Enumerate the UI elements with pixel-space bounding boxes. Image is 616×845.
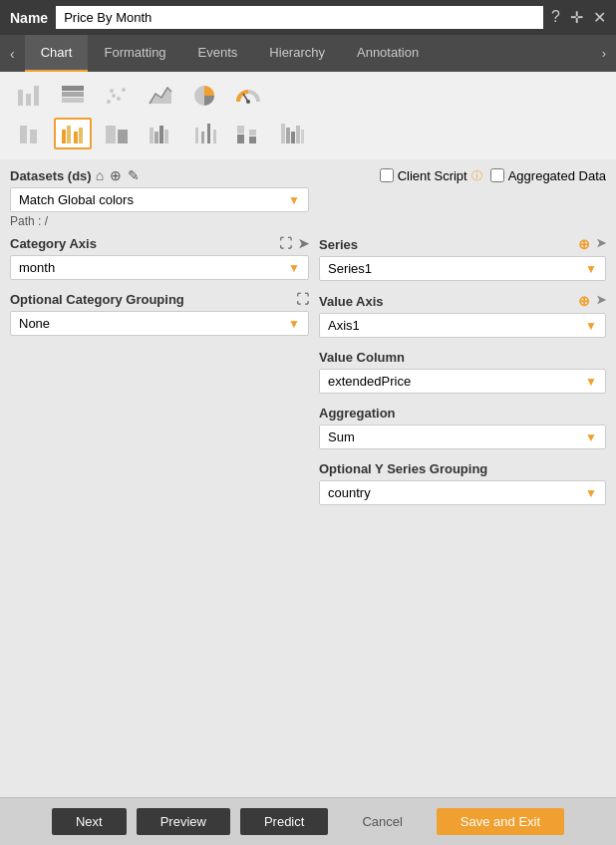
svg-rect-0 [18,90,23,106]
tab-hierarchy[interactable]: Hierarchy [253,35,341,72]
tab-formatting[interactable]: Formatting [88,35,181,72]
category-axis-dropdown[interactable]: month ▼ [10,255,309,280]
chart-type-bar-multi[interactable] [142,118,179,149]
tab-chart[interactable]: Chart [25,35,89,72]
optional-category-dropdown[interactable]: None ▼ [10,311,309,336]
tab-right-arrow[interactable]: › [592,38,616,69]
optional-y-series-label-row: Optional Y Series Grouping [319,461,606,476]
aggregation-group: Aggregation Sum ▼ [319,406,606,449]
value-column-group: Value Column extendedPrice ▼ [319,350,606,394]
svg-rect-17 [62,130,66,143]
optional-y-series-dropdown[interactable]: country ▼ [319,480,606,505]
datasets-edit-icon[interactable]: ✎ [128,167,140,183]
chart-type-bar-thin[interactable] [185,118,223,149]
value-column-dropdown-arrow: ▼ [585,375,597,389]
datasets-label: Datasets (ds) [10,168,92,183]
svg-rect-37 [291,132,295,143]
optional-category-dropdown-arrow: ▼ [288,317,300,331]
tab-left-arrow[interactable]: ‹ [0,38,25,70]
aggregated-data-checkbox[interactable] [490,168,504,182]
client-script-info-icon: ⓘ [471,168,482,183]
series-value: Series1 [328,261,372,276]
svg-rect-15 [20,126,27,143]
value-axis-label: Value Axis [319,294,384,309]
path-row: Path : / [10,214,606,228]
value-axis-arrow-icon[interactable]: ➤ [596,293,606,309]
close-icon[interactable]: ✕ [593,8,606,27]
title-input[interactable] [56,6,543,29]
series-add-icon[interactable]: ⊕ [578,236,590,252]
category-axis-label: Category Axis [10,236,97,251]
tab-annotation[interactable]: Annotation [341,35,435,72]
series-dropdown[interactable]: Series1 ▼ [319,256,606,281]
next-button[interactable]: Next [52,808,127,835]
svg-rect-20 [79,128,83,143]
svg-rect-26 [164,130,168,143]
value-axis-label-row: Value Axis ⊕ ➤ [319,293,606,309]
tab-events[interactable]: Events [182,35,254,72]
aggregation-value: Sum [328,429,355,444]
category-axis-arrow-icon[interactable]: ➤ [298,236,309,251]
svg-point-10 [110,89,114,93]
aggregation-dropdown[interactable]: Sum ▼ [319,424,606,449]
match-global-dropdown[interactable]: Match Global colors ▼ [10,187,309,212]
datasets-row: Datasets (ds) ⌂ ⊕ ✎ Client Script ⓘ Aggr… [10,167,606,183]
chart-type-stacked[interactable] [54,80,92,112]
chart-type-pie[interactable] [185,80,223,112]
chart-type-area[interactable] [142,80,179,112]
svg-rect-35 [281,124,285,143]
bottom-bar: Next Preview Predict Cancel Save and Exi… [0,797,616,845]
match-global-arrow: ▼ [288,193,300,207]
value-column-dropdown[interactable]: extendedPrice ▼ [319,369,606,394]
value-axis-dropdown[interactable]: Axis1 ▼ [319,313,606,338]
svg-point-7 [112,94,116,98]
svg-rect-18 [67,126,71,143]
series-arrow-icon[interactable]: ➤ [596,236,606,252]
svg-rect-38 [296,126,300,143]
series-dropdown-arrow: ▼ [585,262,597,276]
chart-type-bar-single[interactable] [10,118,48,149]
name-label: Name [10,10,48,26]
preview-button[interactable]: Preview [137,808,230,835]
chart-type-bar-grouped2[interactable] [98,118,136,149]
category-axis-group: Category Axis ⛶ ➤ month ▼ [10,236,309,280]
chart-type-bar-multi2[interactable] [273,118,311,149]
chart-type-bar-grouped-sel[interactable] [54,118,92,149]
value-axis-add-icon[interactable]: ⊕ [578,293,590,309]
svg-rect-22 [118,130,128,143]
cancel-button[interactable]: Cancel [338,808,426,835]
category-axis-icons: ⛶ ➤ [279,236,309,251]
chart-type-gauge[interactable] [229,80,267,112]
series-label: Series [319,237,358,252]
chart-type-section [0,72,616,159]
svg-rect-30 [213,130,216,143]
chart-type-bar[interactable] [10,80,48,112]
optional-category-value: None [19,316,50,331]
client-script-checkbox[interactable] [380,168,394,182]
chart-type-scatter[interactable] [98,80,136,112]
optional-category-group-icon[interactable]: ⛶ [296,292,309,307]
chart-type-bar-stacked2[interactable] [229,118,267,149]
category-axis-group-icon[interactable]: ⛶ [279,236,292,251]
datasets-add-icon[interactable]: ⊕ [110,167,122,183]
svg-rect-31 [237,126,244,134]
header-icons: ? ✛ ✕ [551,8,606,27]
series-icons: ⊕ ➤ [578,236,606,252]
svg-rect-5 [62,86,84,91]
path-value: / [45,214,48,228]
save-exit-button[interactable]: Save and Exit [437,808,564,835]
help-icon[interactable]: ? [551,8,560,27]
series-label-row: Series ⊕ ➤ [319,236,606,252]
move-icon[interactable]: ✛ [570,8,583,27]
svg-rect-21 [106,126,116,143]
value-axis-dropdown-arrow: ▼ [585,319,597,333]
optional-y-series-value: country [328,485,371,500]
svg-rect-24 [154,132,158,143]
datasets-home-icon[interactable]: ⌂ [96,167,104,183]
optional-category-icons: ⛶ [296,292,309,307]
optional-y-series-group: Optional Y Series Grouping country ▼ [319,461,606,505]
header: Name ? ✛ ✕ [0,0,616,35]
chart-icon-row2 [10,118,606,149]
predict-button[interactable]: Predict [240,808,328,835]
svg-rect-39 [301,130,304,143]
